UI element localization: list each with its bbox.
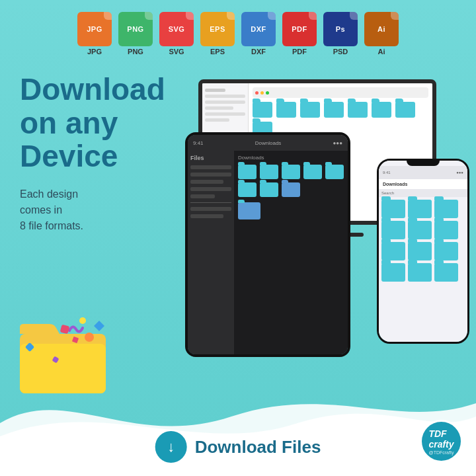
phone-time: 9:41 <box>383 171 391 175</box>
tablet-folder <box>238 165 257 179</box>
file-formats-row: JPG JPG PNG PNG SVG SVG EPS EPS DXF DXF … <box>0 0 476 62</box>
file-icon-pdf: PDF PDF <box>282 12 317 56</box>
tablet-title: Downloads <box>255 140 282 146</box>
screen-folder <box>395 102 415 118</box>
tablet-content: Files Downloads <box>188 151 348 354</box>
phone-title: Downloads <box>379 179 467 189</box>
headline-line2: on any <box>20 106 118 140</box>
phone-folder <box>434 200 458 218</box>
ai-icon-shape: Ai <box>364 12 399 46</box>
tablet-folder <box>260 165 278 179</box>
brand-name: TDFcrafty <box>428 428 454 450</box>
psd-icon-shape: Ps <box>323 12 358 46</box>
tablet-top-bar: 9:41 Downloads ●●● <box>188 135 348 151</box>
tablet-folders <box>238 165 344 197</box>
phone-battery: ●●● <box>456 171 463 175</box>
main-container: JPG JPG PNG PNG SVG SVG EPS EPS DXF DXF … <box>0 0 476 476</box>
phone-folder <box>434 221 458 239</box>
expand-dot <box>266 91 269 95</box>
phone-notch <box>407 161 440 166</box>
tablet-downloads-label: Downloads <box>238 155 344 161</box>
sidebar-line <box>205 100 245 104</box>
screen-toolbar <box>253 87 428 98</box>
sidebar-line <box>205 106 233 110</box>
tablet-folder <box>260 182 278 197</box>
tablet-sidebar-item <box>190 194 215 198</box>
brand-badge: TDFcrafty @TDFcrafty <box>420 420 463 463</box>
screen-folder <box>324 102 344 118</box>
png-icon-shape: PNG <box>118 12 153 46</box>
svg-icon-shape: SVG <box>159 12 194 46</box>
file-icon-jpg: JPG JPG <box>77 12 112 56</box>
minimize-dot <box>260 91 264 95</box>
tablet-sidebar-item <box>190 173 231 177</box>
phone-top-bar: 9:41 ●●● <box>379 166 467 179</box>
pdf-icon-shape: PDF <box>282 12 317 46</box>
dxf-label: DXF <box>251 48 266 56</box>
subtext: Each designcomes in8 file formats. <box>20 186 165 234</box>
sidebar-line <box>205 95 245 98</box>
tablet-time: 9:41 <box>193 140 204 146</box>
eps-label: EPS <box>210 48 225 56</box>
phone-folder <box>434 242 458 260</box>
phone-folder <box>408 263 432 282</box>
headline-line1: Download <box>20 72 165 106</box>
tablet-folder-large <box>238 202 260 219</box>
tablet-sidebar-item <box>190 214 223 218</box>
download-arrow-icon: ↓ <box>167 438 175 456</box>
sidebar-line <box>205 112 245 116</box>
psd-label: PSD <box>333 48 348 56</box>
tablet-single-folder <box>238 202 344 219</box>
pdf-label: PDF <box>292 48 307 56</box>
svg-rect-1 <box>20 344 106 393</box>
screen-folder <box>276 102 296 118</box>
screen-folder <box>348 102 368 118</box>
folder-illustration <box>13 311 119 403</box>
screen-folder <box>300 102 320 118</box>
download-label: Download Files <box>195 437 321 457</box>
tablet-folder <box>282 165 300 179</box>
tablet-folder <box>238 182 257 197</box>
tablet-folder <box>325 165 344 179</box>
download-area[interactable]: ↓ Download Files <box>155 431 321 463</box>
file-icon-ai: Ai Ai <box>364 12 399 56</box>
svg-marker-2 <box>94 321 104 331</box>
phone-folder <box>381 200 405 218</box>
left-content: Download on any Device Each designcomes … <box>20 73 165 234</box>
file-icon-dxf: DXF DXF <box>241 12 276 56</box>
phone-folder <box>408 242 432 260</box>
phone-folder <box>434 263 458 282</box>
phone: 9:41 ●●● Downloads Search <box>377 159 469 344</box>
dxf-icon-shape: DXF <box>241 12 276 46</box>
svg-point-5 <box>79 317 86 324</box>
headline: Download on any Device <box>20 73 165 173</box>
svg-label: SVG <box>169 48 184 56</box>
brand-handle: @TDFcrafty <box>429 450 454 455</box>
screen-folder <box>372 102 391 118</box>
tablet-main: Downloads <box>234 151 348 354</box>
phone-folder <box>381 263 405 282</box>
png-label: PNG <box>128 48 143 56</box>
tablet-sidebar-item <box>190 165 231 169</box>
tablet-sidebar-item <box>190 187 231 191</box>
tablet-sidebar: Files <box>188 151 234 354</box>
file-icon-eps: EPS EPS <box>200 12 235 56</box>
tablet-sidebar-item <box>190 207 231 211</box>
phone-folder <box>408 221 432 239</box>
sidebar-line <box>205 89 225 92</box>
sidebar-line <box>205 118 229 122</box>
tablet: 9:41 Downloads ●●● Files <box>185 132 350 357</box>
jpg-icon-shape: JPG <box>77 12 112 46</box>
close-dot <box>255 91 258 95</box>
headline-line3: Device <box>20 139 118 173</box>
file-icon-png: PNG PNG <box>118 12 153 56</box>
phone-screen: 9:41 ●●● Downloads Search <box>379 161 467 342</box>
phone-folder <box>408 200 432 218</box>
download-icon-circle[interactable]: ↓ <box>155 431 187 463</box>
tablet-screen: 9:41 Downloads ●●● Files <box>188 135 348 354</box>
file-icon-psd: Ps PSD <box>323 12 358 56</box>
divider <box>190 202 231 203</box>
ai-label: Ai <box>378 48 385 56</box>
eps-icon-shape: EPS <box>200 12 235 46</box>
tablet-folder <box>303 165 322 179</box>
